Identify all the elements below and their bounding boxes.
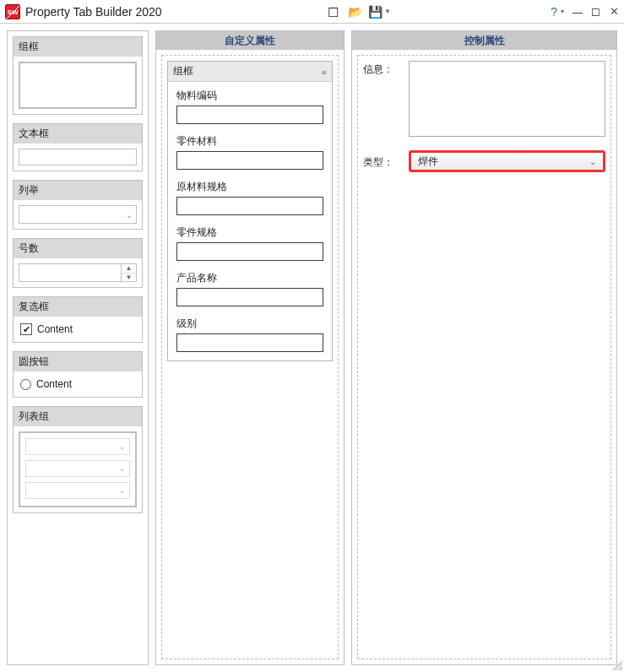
type-select[interactable]: 焊件 ⌄ xyxy=(409,150,605,172)
info-textarea[interactable] xyxy=(409,61,605,137)
field-label: 零件规格 xyxy=(176,225,323,240)
palette-checkbox-label: 复选框 xyxy=(14,297,142,317)
chevron-down-icon: ⌄ xyxy=(589,157,596,166)
close-button[interactable] xyxy=(610,5,619,18)
type-label: 类型： xyxy=(363,154,400,170)
title-bar: Property Tab Builder 2020 ▼ ?▾ xyxy=(0,0,624,24)
palette-listgroup-label: 列表组 xyxy=(14,407,142,426)
form-field: 原材料规格 xyxy=(176,180,323,215)
open-icon[interactable] xyxy=(348,5,361,19)
control-attributes-column: 控制属性 信息： 类型： 焊件 ⌄ xyxy=(351,30,617,665)
save-icon[interactable]: ▼ xyxy=(368,5,382,19)
checkbox-sample-label: Content xyxy=(37,323,73,335)
field-input[interactable] xyxy=(176,151,323,170)
control-attributes-header: 控制属性 xyxy=(352,31,616,50)
form-groupbox[interactable]: 组框 « 物料编码零件材料原材料规格零件规格产品名称级别 xyxy=(167,61,333,361)
chevron-down-icon: ⌄ xyxy=(119,442,126,451)
chevron-down-icon: ⌄ xyxy=(119,464,126,473)
form-groupbox-label: 组框 xyxy=(173,64,193,79)
field-label: 物料编码 xyxy=(176,89,323,103)
form-field: 物料编码 xyxy=(176,89,323,124)
form-field: 零件规格 xyxy=(176,225,323,261)
custom-attributes-canvas[interactable]: 组框 « 物料编码零件材料原材料规格零件规格产品名称级别 xyxy=(161,55,339,659)
field-input[interactable] xyxy=(176,242,323,261)
spin-up-icon: ▲ xyxy=(122,264,136,274)
form-field: 级别 xyxy=(176,317,323,352)
type-select-value: 焊件 xyxy=(418,154,438,169)
palette-groupbox[interactable]: 组框 xyxy=(13,36,143,115)
palette-textbox-label: 文本框 xyxy=(14,124,142,144)
info-label: 信息： xyxy=(363,61,400,77)
main-area: 组框 文本框 列举 ⌄ 号数 ▲▼ 复选框 ✔ xyxy=(0,24,624,672)
palette-list[interactable]: 列举 ⌄ xyxy=(13,180,143,230)
chevron-down-icon[interactable]: ▼ xyxy=(384,8,391,15)
field-input[interactable] xyxy=(176,197,323,215)
custom-attributes-header: 自定义属性 xyxy=(156,31,344,50)
radio-icon xyxy=(20,379,31,390)
listgroup-preview: ⌄ ⌄ ⌄ xyxy=(19,431,137,507)
palette-checkbox[interactable]: 复选框 ✔ Content xyxy=(13,296,143,343)
field-input[interactable] xyxy=(176,333,323,352)
app-icon xyxy=(5,4,20,19)
field-label: 级别 xyxy=(176,317,323,331)
palette-radio-label: 圆按钮 xyxy=(14,352,142,371)
help-button[interactable]: ?▾ xyxy=(551,5,564,19)
number-preview: ▲▼ xyxy=(19,263,137,282)
palette-number-label: 号数 xyxy=(14,239,142,258)
palette-radio[interactable]: 圆按钮 Content xyxy=(13,351,143,398)
field-label: 零件材料 xyxy=(176,134,323,149)
minimize-button[interactable] xyxy=(572,7,583,17)
field-label: 原材料规格 xyxy=(176,180,323,194)
form-field: 产品名称 xyxy=(176,271,323,306)
palette-column: 组框 文本框 列举 ⌄ 号数 ▲▼ 复选框 ✔ xyxy=(7,30,149,665)
palette-number[interactable]: 号数 ▲▼ xyxy=(13,238,143,288)
chevron-down-icon: ⌄ xyxy=(126,210,133,219)
field-label: 产品名称 xyxy=(176,271,323,285)
field-input[interactable] xyxy=(176,288,323,306)
control-attributes-body: 信息： 类型： 焊件 ⌄ xyxy=(357,55,611,659)
custom-attributes-column: 自定义属性 组框 « 物料编码零件材料原材料规格零件规格产品名称级别 xyxy=(155,30,345,665)
radio-sample-label: Content xyxy=(36,378,72,390)
chevron-down-icon: ⌄ xyxy=(119,486,126,495)
textbox-preview xyxy=(19,149,137,165)
collapse-icon[interactable]: « xyxy=(322,67,327,77)
field-input[interactable] xyxy=(176,106,323,124)
maximize-button[interactable] xyxy=(591,7,601,17)
groupbox-preview xyxy=(19,62,137,109)
palette-listgroup[interactable]: 列表组 ⌄ ⌄ ⌄ xyxy=(13,406,143,513)
list-preview: ⌄ xyxy=(19,205,137,224)
spin-down-icon: ▼ xyxy=(122,274,136,282)
palette-groupbox-label: 组框 xyxy=(14,37,142,57)
window-title: Property Tab Builder 2020 xyxy=(25,5,162,19)
palette-textbox[interactable]: 文本框 xyxy=(13,123,143,171)
palette-list-label: 列举 xyxy=(14,181,142,200)
toolbar: ▼ xyxy=(328,5,382,19)
checkbox-icon: ✔ xyxy=(20,323,32,335)
resize-grip-icon[interactable] xyxy=(610,658,622,670)
form-field: 零件材料 xyxy=(176,134,323,170)
new-icon[interactable] xyxy=(328,5,341,19)
